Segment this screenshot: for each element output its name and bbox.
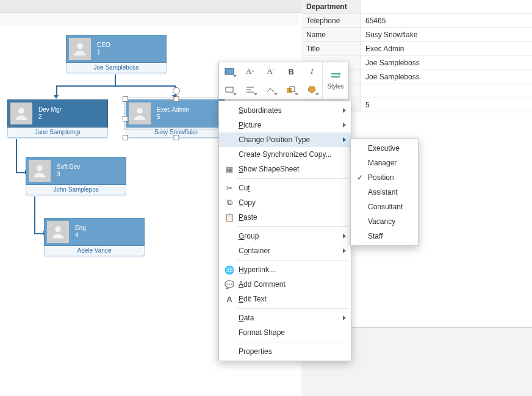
menu-picture[interactable]: Picture bbox=[219, 118, 351, 132]
field-label: Title bbox=[301, 42, 361, 56]
field-label: Telephone bbox=[301, 14, 361, 27]
svg-point-4 bbox=[55, 226, 61, 232]
submenu-assistant[interactable]: Assistant bbox=[351, 185, 418, 200]
styles-gallery[interactable]: Styles bbox=[322, 62, 348, 99]
menu-paste[interactable]: 📋Paste bbox=[219, 210, 351, 225]
avatar bbox=[29, 160, 51, 182]
menu-change-position-type[interactable]: Change Position Type bbox=[219, 132, 351, 147]
submenu-staff[interactable]: Staff bbox=[351, 229, 418, 243]
resize-handle[interactable] bbox=[123, 116, 128, 121]
submenu-executive[interactable]: Executive bbox=[351, 141, 418, 156]
menu-container[interactable]: Container bbox=[219, 243, 351, 258]
avatar bbox=[69, 38, 91, 60]
resize-handle[interactable] bbox=[173, 96, 179, 102]
canvas-ruler-area bbox=[0, 13, 299, 26]
styles-label: Styles bbox=[327, 83, 343, 90]
align-icon[interactable] bbox=[242, 82, 258, 97]
fill-icon[interactable] bbox=[304, 82, 320, 97]
italic-icon[interactable]: I bbox=[304, 64, 320, 79]
menu-show-shapesheet[interactable]: ▦Show ShapeSheet bbox=[219, 162, 351, 176]
connector bbox=[56, 85, 176, 87]
text-icon: A bbox=[223, 295, 236, 304]
connector bbox=[34, 196, 35, 233]
field-label: Name bbox=[301, 28, 361, 41]
submenu-vacancy[interactable]: Vacancy bbox=[351, 214, 418, 229]
field-value[interactable]: Joe Sampleboss bbox=[361, 73, 532, 81]
line-style-icon[interactable] bbox=[221, 82, 237, 97]
submenu-consultant[interactable]: Consultant bbox=[351, 200, 418, 214]
svg-point-1 bbox=[18, 108, 24, 114]
avatar bbox=[10, 103, 32, 124]
avatar bbox=[47, 221, 69, 243]
menu-hyperlink[interactable]: 🌐Hyperlink... bbox=[219, 262, 351, 277]
font-increase-icon[interactable]: A^ bbox=[242, 64, 258, 79]
menu-properties[interactable]: Properties bbox=[219, 344, 351, 359]
separator bbox=[237, 260, 348, 261]
position-type-submenu: Executive Manager ✓Position Assistant Co… bbox=[350, 139, 419, 246]
org-node-devmgr[interactable]: Dev Mgr2 Jane Samplemgr bbox=[7, 99, 108, 138]
mini-toolbar: A^ Aˇ B I Styles bbox=[218, 62, 349, 99]
arrowhead-icon bbox=[54, 95, 59, 99]
org-node-ceo[interactable]: CEO1 Joe Sampleboss bbox=[66, 35, 167, 73]
submenu-manager[interactable]: Manager bbox=[351, 156, 418, 170]
menu-create-synchronized-copy[interactable]: Create Synchronized Copy... bbox=[219, 147, 351, 162]
menu-edit-text[interactable]: AEdit Text bbox=[219, 292, 351, 306]
connector bbox=[16, 139, 17, 173]
check-icon: ✓ bbox=[354, 173, 365, 182]
resize-handle[interactable] bbox=[173, 135, 179, 140]
svg-point-2 bbox=[137, 108, 143, 114]
menu-cut[interactable]: ✂Cut bbox=[219, 181, 351, 195]
rotate-handle-icon[interactable] bbox=[173, 87, 180, 95]
menu-data[interactable]: Data bbox=[219, 311, 351, 325]
comment-icon: 💬 bbox=[223, 280, 236, 289]
node-title: Exec Admin bbox=[157, 106, 189, 113]
svg-rect-6 bbox=[226, 87, 233, 92]
menu-subordinates[interactable]: Subordinates bbox=[219, 103, 351, 118]
separator bbox=[237, 308, 348, 309]
field-value[interactable]: 65465 bbox=[361, 16, 532, 25]
separator bbox=[237, 226, 348, 227]
menu-group[interactable]: Group bbox=[219, 229, 351, 243]
globe-icon: 🌐 bbox=[223, 265, 236, 275]
node-title: CEO bbox=[97, 41, 110, 49]
node-num: 5 bbox=[157, 113, 189, 121]
scissors-icon: ✂ bbox=[223, 184, 236, 193]
grid-icon: ▦ bbox=[223, 165, 236, 174]
node-name: Joe Sampleboss bbox=[66, 63, 167, 73]
node-title: Dev Mgr bbox=[38, 106, 62, 113]
field-value[interactable]: Joe Sampleboss bbox=[361, 59, 532, 67]
node-title: Soft Dev bbox=[57, 164, 80, 171]
field-value[interactable]: Exec Admin bbox=[361, 45, 532, 53]
svg-point-3 bbox=[37, 165, 43, 171]
node-name: Adele Vance bbox=[44, 246, 145, 256]
node-num: 2 bbox=[38, 113, 62, 121]
svg-rect-5 bbox=[225, 68, 234, 74]
connector-icon[interactable] bbox=[262, 82, 278, 97]
svg-point-0 bbox=[77, 43, 83, 49]
font-decrease-icon[interactable]: Aˇ bbox=[262, 64, 278, 79]
clipboard-icon: 📋 bbox=[223, 213, 236, 222]
context-menu: Subordinates Picture Change Position Typ… bbox=[218, 101, 351, 361]
field-label: Department bbox=[301, 0, 361, 13]
org-node-execadmin[interactable]: Exec Admin5 Susy Snowflake bbox=[126, 99, 226, 138]
node-name: John Samplepos bbox=[26, 185, 126, 195]
arrange-icon[interactable] bbox=[283, 82, 299, 97]
menu-format-shape[interactable]: Format Shape bbox=[219, 325, 351, 340]
field-value[interactable]: Susy Snowflake bbox=[361, 31, 532, 39]
bold-icon[interactable]: B bbox=[283, 64, 299, 79]
separator bbox=[237, 342, 348, 342]
field-value[interactable]: 5 bbox=[361, 101, 532, 109]
org-node-eng[interactable]: Eng4 Adele Vance bbox=[44, 218, 145, 256]
copy-icon: ⧉ bbox=[223, 198, 236, 207]
submenu-position[interactable]: ✓Position bbox=[351, 170, 418, 185]
node-title: Eng bbox=[75, 225, 86, 232]
menu-add-comment[interactable]: 💬Add Comment bbox=[219, 277, 351, 292]
resize-handle[interactable] bbox=[123, 135, 128, 140]
org-node-softdev[interactable]: Soft Dev3 John Samplepos bbox=[26, 157, 126, 195]
node-num: 3 bbox=[57, 171, 80, 178]
resize-handle[interactable] bbox=[123, 96, 128, 102]
svg-point-12 bbox=[338, 73, 340, 75]
menu-copy[interactable]: ⧉Copy bbox=[219, 195, 351, 210]
avatar bbox=[129, 103, 151, 124]
shape-style-icon[interactable] bbox=[221, 64, 237, 79]
